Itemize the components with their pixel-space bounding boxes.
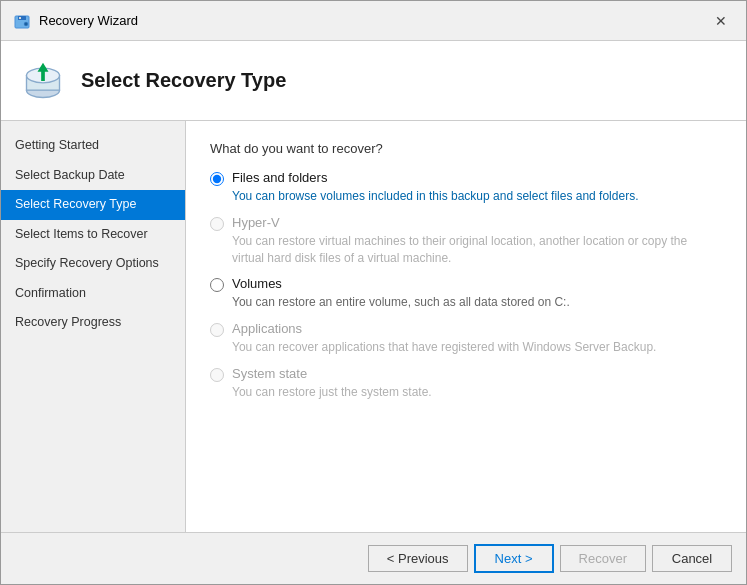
desc-applications: You can recover applications that have r… bbox=[232, 339, 722, 356]
sidebar-item-recovery-progress[interactable]: Recovery Progress bbox=[1, 308, 185, 338]
main-content: Getting Started Select Backup Date Selec… bbox=[1, 121, 746, 532]
label-volumes[interactable]: Volumes bbox=[232, 276, 282, 291]
option-row-hyper-v: Hyper-V bbox=[210, 215, 722, 231]
title-bar-text: Recovery Wizard bbox=[39, 13, 708, 28]
header-area: Select Recovery Type bbox=[1, 41, 746, 121]
sidebar-item-specify-recovery-options[interactable]: Specify Recovery Options bbox=[1, 249, 185, 279]
header-icon bbox=[21, 59, 65, 103]
previous-button[interactable]: < Previous bbox=[368, 545, 468, 572]
label-files-folders[interactable]: Files and folders bbox=[232, 170, 327, 185]
option-row-system-state: System state bbox=[210, 366, 722, 382]
option-hyper-v: Hyper-V You can restore virtual machines… bbox=[210, 215, 722, 267]
sidebar-item-select-backup-date[interactable]: Select Backup Date bbox=[1, 161, 185, 191]
sidebar-item-select-items-to-recover[interactable]: Select Items to Recover bbox=[1, 220, 185, 250]
option-row-files-folders: Files and folders bbox=[210, 170, 722, 186]
radio-files-folders[interactable] bbox=[210, 172, 224, 186]
recovery-wizard-dialog: Recovery Wizard ✕ Select Recovery Type G… bbox=[0, 0, 747, 585]
radio-hyper-v bbox=[210, 217, 224, 231]
label-system-state: System state bbox=[232, 366, 307, 381]
sidebar-item-getting-started[interactable]: Getting Started bbox=[1, 131, 185, 161]
option-volumes: Volumes You can restore an entire volume… bbox=[210, 276, 722, 311]
radio-volumes[interactable] bbox=[210, 278, 224, 292]
content-panel: What do you want to recover? Files and f… bbox=[186, 121, 746, 532]
question-label: What do you want to recover? bbox=[210, 141, 722, 156]
footer: < Previous Next > Recover Cancel bbox=[1, 532, 746, 584]
option-applications: Applications You can recover application… bbox=[210, 321, 722, 356]
radio-system-state bbox=[210, 368, 224, 382]
label-hyper-v: Hyper-V bbox=[232, 215, 280, 230]
option-row-applications: Applications bbox=[210, 321, 722, 337]
desc-volumes: You can restore an entire volume, such a… bbox=[232, 294, 722, 311]
page-title: Select Recovery Type bbox=[81, 69, 286, 92]
next-button[interactable]: Next > bbox=[474, 544, 554, 573]
label-applications: Applications bbox=[232, 321, 302, 336]
radio-applications bbox=[210, 323, 224, 337]
desc-files-folders: You can browse volumes included in this … bbox=[232, 188, 722, 205]
sidebar-item-select-recovery-type[interactable]: Select Recovery Type bbox=[1, 190, 185, 220]
svg-point-3 bbox=[24, 22, 28, 26]
cancel-button[interactable]: Cancel bbox=[652, 545, 732, 572]
sidebar: Getting Started Select Backup Date Selec… bbox=[1, 121, 186, 532]
desc-hyper-v: You can restore virtual machines to thei… bbox=[232, 233, 722, 267]
title-bar: Recovery Wizard ✕ bbox=[1, 1, 746, 41]
close-button[interactable]: ✕ bbox=[708, 8, 734, 34]
option-files-folders: Files and folders You can browse volumes… bbox=[210, 170, 722, 205]
option-row-volumes: Volumes bbox=[210, 276, 722, 292]
recover-button: Recover bbox=[560, 545, 646, 572]
option-system-state: System state You can restore just the sy… bbox=[210, 366, 722, 401]
app-icon bbox=[13, 12, 31, 30]
desc-system-state: You can restore just the system state. bbox=[232, 384, 722, 401]
sidebar-item-confirmation[interactable]: Confirmation bbox=[1, 279, 185, 309]
svg-rect-2 bbox=[19, 17, 21, 19]
